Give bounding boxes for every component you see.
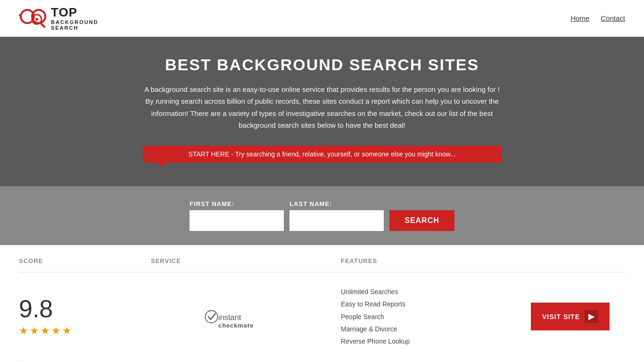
svg-point-7 bbox=[205, 311, 217, 323]
features-cell-1: Unlimited Searches Easy to Read Reports … bbox=[341, 287, 531, 347]
star-1: ★ bbox=[19, 325, 28, 337]
checkmate-logo: instant checkmate bbox=[204, 303, 289, 331]
feature-1-4: Marriage & Divorce bbox=[341, 324, 531, 334]
visit-button-1[interactable]: VISIT SITE ▶ bbox=[531, 303, 610, 330]
service-logo-1: instant checkmate bbox=[151, 303, 341, 331]
visit-label-1: VISIT SITE bbox=[542, 313, 580, 321]
search-banner: START HERE - Try searching a friend, rel… bbox=[143, 146, 501, 163]
nav-contact[interactable]: Contact bbox=[601, 14, 625, 22]
logo-text: TOP BACKGROUNDSEARCH bbox=[51, 6, 99, 31]
first-name-group: FIRST NAME: bbox=[190, 200, 284, 231]
feature-1-5: Reverse Phone Lookup bbox=[341, 336, 531, 346]
hero-title: BEST BACKGROUND SEARCH SITES bbox=[9, 56, 635, 74]
arrow-icon-1: ▶ bbox=[585, 310, 598, 323]
last-name-group: LAST NAME: bbox=[289, 200, 384, 231]
col-service: SERVICE bbox=[151, 257, 341, 264]
svg-line-5 bbox=[41, 23, 44, 27]
first-name-input[interactable] bbox=[190, 210, 284, 231]
logo-icon bbox=[19, 6, 47, 30]
nav-home[interactable]: Home bbox=[570, 14, 589, 22]
feature-1-1: Unlimited Searches bbox=[341, 287, 531, 297]
feature-1-2: Easy to Read Reports bbox=[341, 299, 531, 309]
first-name-label: FIRST NAME: bbox=[190, 200, 284, 207]
results-table: SCORE SERVICE FEATURES 9.8 ★ ★ ★ ★ ★ ins… bbox=[0, 250, 644, 362]
last-name-input[interactable] bbox=[289, 210, 384, 231]
svg-point-6 bbox=[35, 18, 38, 21]
star-3: ★ bbox=[41, 325, 50, 337]
visit-cell-1: VISIT SITE ▶ bbox=[531, 303, 625, 330]
last-name-label: LAST NAME: bbox=[289, 200, 384, 207]
search-button[interactable]: SEARCH bbox=[389, 210, 454, 231]
score-number-1: 9.8 bbox=[19, 296, 53, 321]
star-4: ★ bbox=[51, 325, 61, 337]
search-form-area: FIRST NAME: LAST NAME: SEARCH bbox=[0, 186, 644, 245]
logo-bottom-text: BACKGROUNDSEARCH bbox=[51, 19, 99, 31]
col-action bbox=[531, 257, 625, 264]
col-score: SCORE bbox=[19, 257, 151, 264]
table-header: SCORE SERVICE FEATURES bbox=[19, 250, 625, 272]
search-banner-text: START HERE - Try searching a friend, rel… bbox=[188, 150, 455, 158]
hero-description: A background search site is an easy-to-u… bbox=[143, 83, 501, 132]
svg-text:checkmate: checkmate bbox=[218, 322, 254, 329]
site-header: TOP BACKGROUNDSEARCH Home Contact bbox=[0, 0, 644, 37]
logo-top-text: TOP bbox=[51, 6, 99, 19]
main-nav: Home Contact bbox=[570, 14, 625, 22]
score-cell-1: 9.8 ★ ★ ★ ★ ★ bbox=[19, 296, 151, 337]
logo: TOP BACKGROUNDSEARCH bbox=[19, 6, 99, 31]
search-form: FIRST NAME: LAST NAME: SEARCH bbox=[9, 200, 635, 231]
star-5: ★ bbox=[62, 325, 72, 337]
hero-section: BEST BACKGROUND SEARCH SITES A backgroun… bbox=[0, 37, 644, 186]
star-2: ★ bbox=[30, 325, 39, 337]
svg-text:instant: instant bbox=[218, 313, 241, 321]
table-row: 9.8 ★ ★ ★ ★ ★ instant checkmate Unlimite… bbox=[19, 272, 625, 362]
col-features: FEATURES bbox=[341, 257, 531, 264]
stars-1: ★ ★ ★ ★ ★ bbox=[19, 325, 72, 337]
feature-1-3: People Search bbox=[341, 312, 531, 322]
